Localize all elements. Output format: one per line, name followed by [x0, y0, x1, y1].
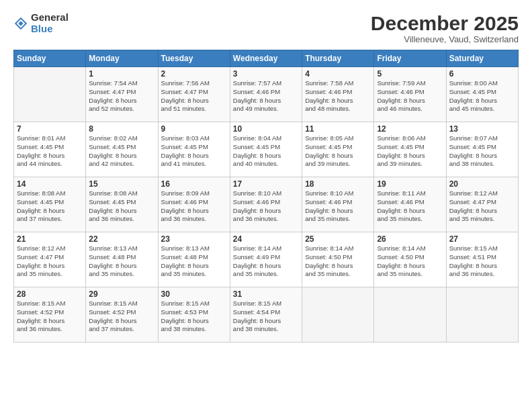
calendar-cell: 11Sunrise: 8:05 AMSunset: 4:45 PMDayligh…: [302, 122, 374, 177]
calendar-cell: 5Sunrise: 7:59 AMSunset: 4:46 PMDaylight…: [374, 67, 446, 122]
day-info: Sunrise: 8:15 AMSunset: 4:52 PMDaylight:…: [89, 300, 154, 334]
day-info: Sunrise: 7:54 AMSunset: 4:47 PMDaylight:…: [89, 79, 154, 113]
calendar-cell: [374, 287, 446, 342]
day-info: Sunrise: 8:10 AMSunset: 4:46 PMDaylight:…: [233, 189, 299, 224]
day-info: Sunrise: 8:07 AMSunset: 4:45 PMDaylight:…: [449, 134, 515, 169]
day-info: Sunrise: 8:10 AMSunset: 4:46 PMDaylight:…: [305, 189, 371, 224]
day-number: 31: [233, 289, 299, 299]
day-info: Sunrise: 8:14 AMSunset: 4:50 PMDaylight:…: [305, 244, 371, 279]
day-info: Sunrise: 7:56 AMSunset: 4:47 PMDaylight:…: [161, 79, 227, 113]
logo-blue: Blue: [31, 24, 69, 35]
calendar-cell: 23Sunrise: 8:13 AMSunset: 4:48 PMDayligh…: [158, 232, 230, 287]
calendar-table: SundayMondayTuesdayWednesdayThursdayFrid…: [13, 50, 519, 342]
day-info: Sunrise: 8:08 AMSunset: 4:45 PMDaylight:…: [17, 189, 83, 224]
day-number: 4: [305, 69, 371, 79]
month-title: December 2025: [371, 12, 519, 34]
logo-general: General: [31, 12, 69, 24]
calendar-cell: 6Sunrise: 8:00 AMSunset: 4:45 PMDaylight…: [446, 67, 518, 122]
calendar-cell: 17Sunrise: 8:10 AMSunset: 4:46 PMDayligh…: [230, 177, 302, 232]
calendar-cell: 14Sunrise: 8:08 AMSunset: 4:45 PMDayligh…: [14, 177, 86, 232]
calendar-cell: 7Sunrise: 8:01 AMSunset: 4:45 PMDaylight…: [14, 122, 86, 177]
calendar-cell: 18Sunrise: 8:10 AMSunset: 4:46 PMDayligh…: [302, 177, 374, 232]
day-number: 16: [161, 179, 227, 189]
day-of-week-header: Saturday: [446, 50, 518, 67]
calendar-cell: 28Sunrise: 8:15 AMSunset: 4:52 PMDayligh…: [14, 287, 86, 342]
calendar-cell: 22Sunrise: 8:13 AMSunset: 4:48 PMDayligh…: [86, 232, 158, 287]
calendar-cell: 12Sunrise: 8:06 AMSunset: 4:45 PMDayligh…: [374, 122, 446, 177]
calendar-cell: 30Sunrise: 8:15 AMSunset: 4:53 PMDayligh…: [158, 287, 230, 342]
day-info: Sunrise: 8:14 AMSunset: 4:50 PMDaylight:…: [377, 244, 443, 279]
day-info: Sunrise: 7:58 AMSunset: 4:46 PMDaylight:…: [305, 79, 371, 113]
calendar-cell: [302, 287, 374, 342]
calendar-cell: 27Sunrise: 8:15 AMSunset: 4:51 PMDayligh…: [446, 232, 518, 287]
day-number: 30: [161, 289, 227, 299]
day-info: Sunrise: 8:11 AMSunset: 4:46 PMDaylight:…: [377, 189, 443, 224]
calendar-cell: 1Sunrise: 7:54 AMSunset: 4:47 PMDaylight…: [86, 67, 158, 122]
day-number: 21: [17, 234, 83, 244]
day-of-week-header: Wednesday: [230, 50, 302, 67]
day-number: 25: [305, 234, 371, 244]
day-info: Sunrise: 8:12 AMSunset: 4:47 PMDaylight:…: [449, 189, 515, 224]
day-number: 18: [305, 179, 371, 189]
day-number: 23: [161, 234, 227, 244]
day-number: 24: [233, 234, 299, 244]
day-number: 5: [377, 69, 443, 79]
day-number: 27: [449, 234, 515, 244]
calendar-cell: 13Sunrise: 8:07 AMSunset: 4:45 PMDayligh…: [446, 122, 518, 177]
day-info: Sunrise: 8:15 AMSunset: 4:54 PMDaylight:…: [233, 300, 299, 334]
calendar-cell: 31Sunrise: 8:15 AMSunset: 4:54 PMDayligh…: [230, 287, 302, 342]
day-info: Sunrise: 8:15 AMSunset: 4:53 PMDaylight:…: [161, 300, 227, 334]
day-number: 3: [233, 69, 299, 79]
day-info: Sunrise: 8:02 AMSunset: 4:45 PMDaylight:…: [89, 134, 154, 169]
calendar-cell: 25Sunrise: 8:14 AMSunset: 4:50 PMDayligh…: [302, 232, 374, 287]
day-info: Sunrise: 8:13 AMSunset: 4:48 PMDaylight:…: [161, 244, 227, 279]
day-number: 1: [89, 69, 154, 79]
title-block: December 2025 Villeneuve, Vaud, Switzerl…: [371, 12, 519, 44]
day-number: 29: [89, 289, 154, 299]
calendar-cell: 16Sunrise: 8:09 AMSunset: 4:46 PMDayligh…: [158, 177, 230, 232]
day-number: 10: [233, 124, 299, 134]
day-number: 19: [377, 179, 443, 189]
day-number: 20: [449, 179, 515, 189]
calendar-cell: [446, 287, 518, 342]
day-number: 8: [89, 124, 154, 134]
day-number: 11: [305, 124, 371, 134]
day-of-week-header: Monday: [86, 50, 158, 67]
day-info: Sunrise: 7:57 AMSunset: 4:46 PMDaylight:…: [233, 79, 299, 113]
calendar-cell: 2Sunrise: 7:56 AMSunset: 4:47 PMDaylight…: [158, 67, 230, 122]
day-number: 12: [377, 124, 443, 134]
day-number: 6: [449, 69, 515, 79]
calendar-cell: 26Sunrise: 8:14 AMSunset: 4:50 PMDayligh…: [374, 232, 446, 287]
calendar-cell: [14, 67, 86, 122]
calendar-cell: 29Sunrise: 8:15 AMSunset: 4:52 PMDayligh…: [86, 287, 158, 342]
day-number: 7: [17, 124, 83, 134]
day-info: Sunrise: 8:03 AMSunset: 4:45 PMDaylight:…: [161, 134, 227, 169]
day-info: Sunrise: 8:00 AMSunset: 4:45 PMDaylight:…: [449, 79, 515, 113]
logo: General Blue: [13, 12, 69, 34]
day-number: 17: [233, 179, 299, 189]
day-info: Sunrise: 8:05 AMSunset: 4:45 PMDaylight:…: [305, 134, 371, 169]
day-info: Sunrise: 8:15 AMSunset: 4:51 PMDaylight:…: [449, 244, 515, 279]
day-info: Sunrise: 8:09 AMSunset: 4:46 PMDaylight:…: [161, 189, 227, 224]
day-of-week-header: Friday: [374, 50, 446, 67]
calendar-cell: 3Sunrise: 7:57 AMSunset: 4:46 PMDaylight…: [230, 67, 302, 122]
day-info: Sunrise: 8:13 AMSunset: 4:48 PMDaylight:…: [89, 244, 154, 279]
day-info: Sunrise: 8:12 AMSunset: 4:47 PMDaylight:…: [17, 244, 83, 279]
day-of-week-header: Thursday: [302, 50, 374, 67]
day-info: Sunrise: 8:08 AMSunset: 4:45 PMDaylight:…: [89, 189, 154, 224]
day-number: 2: [161, 69, 227, 79]
day-number: 15: [89, 179, 154, 189]
calendar-cell: 24Sunrise: 8:14 AMSunset: 4:49 PMDayligh…: [230, 232, 302, 287]
day-info: Sunrise: 7:59 AMSunset: 4:46 PMDaylight:…: [377, 79, 443, 113]
calendar-cell: 10Sunrise: 8:04 AMSunset: 4:45 PMDayligh…: [230, 122, 302, 177]
day-info: Sunrise: 8:14 AMSunset: 4:49 PMDaylight:…: [233, 244, 299, 279]
day-number: 22: [89, 234, 154, 244]
calendar-cell: 9Sunrise: 8:03 AMSunset: 4:45 PMDaylight…: [158, 122, 230, 177]
day-number: 28: [17, 289, 83, 299]
calendar-cell: 4Sunrise: 7:58 AMSunset: 4:46 PMDaylight…: [302, 67, 374, 122]
day-info: Sunrise: 8:01 AMSunset: 4:45 PMDaylight:…: [17, 134, 83, 169]
day-info: Sunrise: 8:04 AMSunset: 4:45 PMDaylight:…: [233, 134, 299, 169]
calendar-cell: 15Sunrise: 8:08 AMSunset: 4:45 PMDayligh…: [86, 177, 158, 232]
day-of-week-header: Sunday: [14, 50, 86, 67]
day-of-week-header: Tuesday: [158, 50, 230, 67]
